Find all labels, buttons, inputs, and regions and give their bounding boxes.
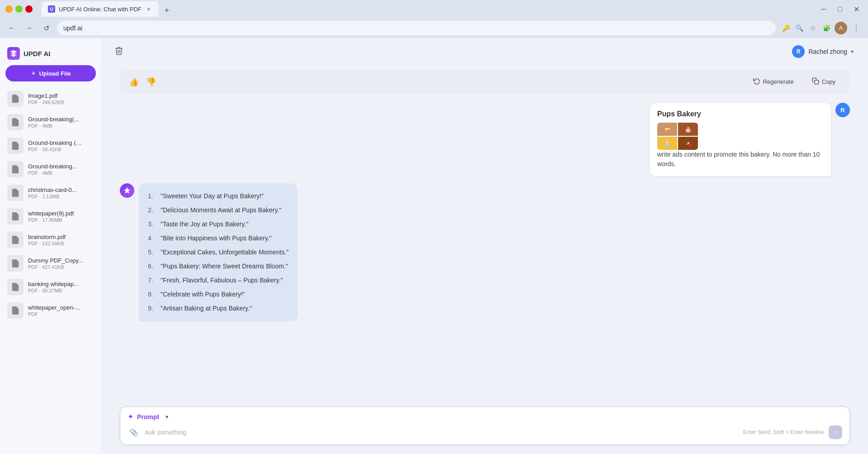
file-info: Ground-breaking (… PDF · 59.41KB <box>28 139 94 152</box>
tab-title: UPDF AI Online: Chat with PDF <box>59 6 142 13</box>
file-meta: PDF · 246.62KB <box>28 100 94 105</box>
extensions-icon[interactable]: 🧩 <box>821 23 832 33</box>
window-close-button[interactable]: ✕ <box>850 3 863 15</box>
response-text: "Fresh, Flavorful, Fabulous – Pups Baker… <box>161 276 283 285</box>
sidebar: UPDF AI ＋ Upload File Image1.pdf PDF · 2… <box>0 38 102 454</box>
input-bottom-row: 📎 Enter Send; Shift + Enter Newline ↑ <box>128 425 842 439</box>
bakery-image: 🍰 🎂 🧁 🍫 <box>657 123 698 150</box>
file-icon <box>7 114 24 130</box>
user-prompt-text: write ads content to promote this bakery… <box>657 150 824 169</box>
prompt-dropdown-button[interactable]: ▾ <box>163 413 171 421</box>
ai-response-item: 2."Delicious Moments Await at Pups Baker… <box>148 205 289 215</box>
app-container: UPDF AI ＋ Upload File Image1.pdf PDF · 2… <box>0 38 868 454</box>
copy-icon <box>812 77 819 86</box>
profile-icon[interactable]: A <box>835 22 847 34</box>
ai-response-item: 4."Bite into Happiness with Pups Bakery.… <box>148 234 289 243</box>
thumbs-up-icon: 👍 <box>129 77 139 87</box>
user-message-bubble: Pups Bakery 🍰 🎂 🧁 🍫 write ads content to… <box>650 103 831 176</box>
response-text: "Celebrate with Pups Bakery!" <box>161 290 245 299</box>
file-info: Image1.pdf PDF · 246.62KB <box>28 92 94 105</box>
file-info: christmas-card-0... PDF · 2.12MB <box>28 186 94 199</box>
file-item[interactable]: Ground-breaking (… PDF · 59.41KB <box>4 134 98 158</box>
response-number: 6. <box>148 262 157 271</box>
window-restore-button[interactable]: □ <box>834 3 846 15</box>
address-bar-actions: 🔑 🔍 ☆ 🧩 A ⋮ <box>780 22 863 34</box>
file-icon <box>7 302 24 319</box>
file-item[interactable]: whitepaper(9).pdf PDF · 17.95MB <box>4 205 98 228</box>
send-button[interactable]: ↑ <box>829 425 842 439</box>
file-name: Dummy PDF_Copy... <box>28 257 94 264</box>
regenerate-button[interactable]: Regenerate <box>746 74 801 89</box>
file-item[interactable]: Image1.pdf PDF · 246.62KB <box>4 87 98 110</box>
user-message: R Pups Bakery 🍰 🎂 🧁 🍫 write ads content … <box>120 103 850 176</box>
thumbs-up-button[interactable]: 👍 <box>127 75 141 89</box>
file-meta: PDF · 427.41KB <box>28 264 94 270</box>
upload-file-button[interactable]: ＋ Upload File <box>5 65 96 81</box>
file-item[interactable]: whitepaper_open-... PDF <box>4 299 98 322</box>
response-number: 5. <box>148 248 157 257</box>
back-button[interactable]: ← <box>5 22 18 34</box>
ai-response-item: 1."Sweeten Your Day at Pups Bakery!" <box>148 191 289 201</box>
file-meta: PDF · 132.58KB <box>28 241 94 246</box>
user-info[interactable]: R Rachel zhong ▾ <box>787 43 859 61</box>
refresh-button[interactable]: ↺ <box>40 22 52 34</box>
browser-tab[interactable]: U UPDF AI Online: Chat with PDF ✕ <box>42 1 159 17</box>
response-text: "Bite into Happiness with Pups Bakery." <box>161 234 271 243</box>
file-info: Ground-breaking(... PDF · 4MB <box>28 116 94 129</box>
file-item[interactable]: christmas-card-0... PDF · 2.12MB <box>4 181 98 205</box>
trash-button[interactable] <box>111 43 127 60</box>
minimize-button[interactable] <box>5 5 13 13</box>
file-item[interactable]: banking whitepap... PDF · 30.27MB <box>4 275 98 299</box>
file-meta: PDF · 4MB <box>28 123 94 129</box>
file-item[interactable]: brainstorm.pdf PDF · 132.58KB <box>4 228 98 252</box>
trash-icon <box>114 46 123 57</box>
file-meta: PDF · 2.12MB <box>28 194 94 199</box>
ask-input[interactable] <box>145 429 739 436</box>
response-text: "Delicious Moments Await at Pups Bakery.… <box>161 205 281 215</box>
close-tab-button[interactable]: ✕ <box>145 5 152 13</box>
attach-button[interactable]: 📎 <box>128 426 140 439</box>
close-window-button[interactable] <box>25 5 33 13</box>
maximize-button[interactable] <box>15 5 23 13</box>
response-text: "Pups Bakery: Where Sweet Dreams Bloom." <box>161 262 288 271</box>
file-item[interactable]: Dummy PDF_Copy... PDF · 427.41KB <box>4 252 98 275</box>
title-bar: U UPDF AI Online: Chat with PDF ✕ + ─ □ … <box>0 0 868 18</box>
password-manager-icon[interactable]: 🔑 <box>780 23 791 33</box>
file-list: Image1.pdf PDF · 246.62KB Ground-breakin… <box>0 87 101 449</box>
forward-button[interactable]: → <box>23 22 35 34</box>
ai-message: 1."Sweeten Your Day at Pups Bakery!"2."D… <box>120 183 850 321</box>
address-bar[interactable]: updf.ai <box>57 21 776 35</box>
browser-menu-button[interactable]: ⋮ <box>850 22 863 34</box>
app-title: UPDF AI <box>24 50 50 57</box>
sparkle-icon: ✦ <box>128 412 133 421</box>
new-tab-button[interactable]: + <box>161 4 173 17</box>
ai-response-item: 6."Pups Bakery: Where Sweet Dreams Bloom… <box>148 262 289 271</box>
file-item[interactable]: Ground-breaking(... PDF · 4MB <box>4 110 98 134</box>
bakery-img-4: 🍫 <box>678 137 698 150</box>
file-info: Ground-breaking... PDF · 4MB <box>28 163 94 176</box>
bookmark-icon[interactable]: ☆ <box>807 23 818 33</box>
copy-button[interactable]: Copy <box>805 74 843 89</box>
file-item[interactable]: Ground-breaking... PDF · 4MB <box>4 158 98 181</box>
file-icon <box>7 279 24 295</box>
file-icon <box>7 255 24 272</box>
bakery-img-2: 🎂 <box>678 123 698 136</box>
ai-response-item: 3."Taste the Joy at Pups Bakery." <box>148 220 289 229</box>
response-number: 1. <box>148 191 157 201</box>
file-icon <box>7 91 24 107</box>
file-name: brainstorm.pdf <box>28 234 94 240</box>
thumbs-down-button[interactable]: 👎 <box>144 75 158 89</box>
response-number: 3. <box>148 220 157 229</box>
file-meta: PDF · 17.95MB <box>28 217 94 223</box>
bakery-name: Pups Bakery <box>657 110 824 118</box>
user-message-avatar: R <box>835 103 850 117</box>
chat-area: 👍 👎 Regenerat <box>102 65 868 402</box>
file-info: whitepaper_open-... PDF <box>28 304 94 317</box>
user-name: Rachel zhong <box>808 48 847 55</box>
input-hint: Enter Send; Shift + Enter Newline <box>743 429 824 435</box>
zoom-icon[interactable]: 🔍 <box>794 23 805 33</box>
window-minimize-button[interactable]: ─ <box>817 3 830 15</box>
ai-response-item: 8."Celebrate with Pups Bakery!" <box>148 290 289 299</box>
file-name: Ground-breaking... <box>28 163 94 170</box>
input-top-row: ✦ Prompt ▾ <box>128 412 842 421</box>
